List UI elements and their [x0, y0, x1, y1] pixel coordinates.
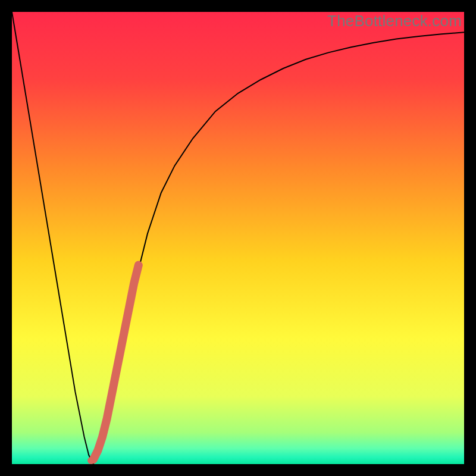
highlight-dot	[87, 457, 95, 464]
chart-svg	[12, 12, 464, 464]
plot-area: TheBottleneck.com	[12, 12, 464, 464]
chart-frame: TheBottleneck.com	[0, 0, 476, 476]
gradient-background	[12, 12, 464, 464]
watermark-text: TheBottleneck.com	[327, 12, 462, 30]
